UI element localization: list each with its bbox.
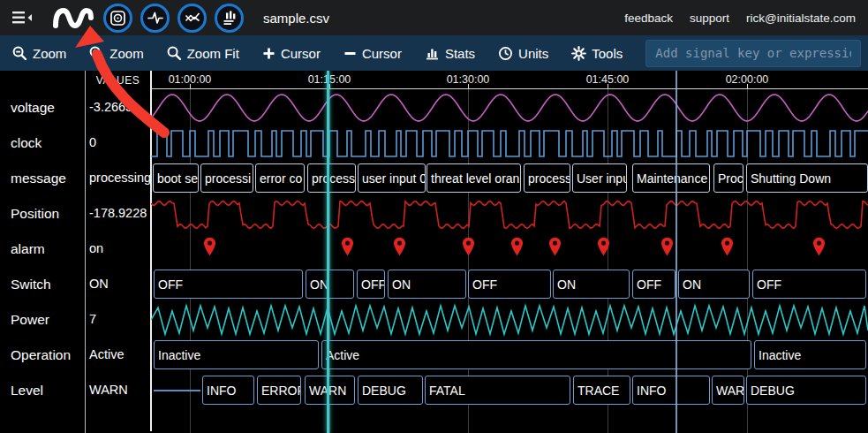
map-pin-icon: [341, 236, 354, 257]
camera-icon: [109, 10, 126, 27]
state-box[interactable]: OFF: [154, 270, 303, 299]
clock-icon: [498, 46, 513, 61]
state-box[interactable]: OFF: [357, 270, 385, 299]
state-box[interactable]: processi: [307, 163, 356, 193]
alarm-pin[interactable]: [203, 236, 216, 261]
signal-name-message[interactable]: message: [11, 171, 66, 186]
state-box[interactable]: Proc: [713, 163, 743, 193]
signal-value-operation: Active: [89, 347, 125, 361]
state-box[interactable]: Inactive: [754, 340, 866, 369]
alarm-pin[interactable]: [510, 236, 524, 261]
state-box[interactable]: threat level oran: [426, 163, 521, 193]
signal-row-message[interactable]: boot seprocessierror coprocessiuser inpu…: [151, 161, 868, 196]
search-input[interactable]: [645, 40, 861, 67]
signal-name-power[interactable]: Power: [11, 312, 49, 328]
state-box[interactable]: WAR: [712, 376, 744, 405]
signal-name-alarm[interactable]: alarm: [11, 241, 45, 257]
state-box[interactable]: DEBUG: [746, 376, 866, 405]
state-box[interactable]: User inpu: [572, 163, 627, 193]
map-pin-icon: [548, 236, 562, 257]
signal-row-operation[interactable]: InactiveActiveInactive: [151, 338, 868, 373]
top-bar: sample.csv feedback support rick@initial…: [0, 0, 868, 35]
zoom-fit-button[interactable]: Zoom Fit: [167, 46, 239, 61]
state-box[interactable]: user input 0: [358, 163, 426, 193]
cursor-line-2[interactable]: [676, 71, 677, 433]
state-box[interactable]: Maintenance: [632, 163, 710, 193]
add-cursor-button[interactable]: Cursor: [262, 46, 321, 61]
stats-button[interactable]: Stats: [425, 46, 475, 61]
remove-cursor-button[interactable]: Cursor: [343, 46, 402, 61]
state-box[interactable]: WARN: [305, 376, 355, 405]
signal-row-switch[interactable]: OFFONOFFONOFFONOFFONOFF: [151, 267, 868, 302]
zoom-fit-icon: [167, 46, 182, 61]
signal-name-switch[interactable]: Switch: [11, 277, 51, 292]
feedback-link[interactable]: feedback: [624, 11, 673, 25]
signal-value-alarm: on: [89, 241, 103, 255]
units-button[interactable]: Units: [498, 46, 548, 61]
menu-button[interactable]: [12, 10, 34, 26]
lines-view-button[interactable]: [177, 4, 207, 33]
support-link[interactable]: support: [690, 11, 729, 25]
app-window: sample.csv feedback support rick@initial…: [0, 0, 868, 433]
alarm-pin[interactable]: [341, 236, 354, 261]
signal-row-position[interactable]: [151, 196, 868, 232]
tiles-view-button[interactable]: [215, 4, 244, 33]
state-box[interactable]: FATAL: [425, 376, 570, 405]
signal-row-level[interactable]: INFOERRORWARNDEBUGFATALTRACEINFOWARDEBUG: [151, 373, 868, 408]
state-box[interactable]: INFO: [632, 376, 710, 405]
signal-row-power[interactable]: [151, 302, 868, 338]
signal-name-level[interactable]: Level: [11, 383, 43, 399]
zoom-in-button[interactable]: Zoom: [89, 46, 143, 61]
map-pin-icon: [393, 236, 406, 257]
state-box[interactable]: Shutting Down: [746, 163, 868, 193]
state-box[interactable]: ON: [306, 270, 354, 299]
signal-name-position[interactable]: Position: [11, 206, 59, 222]
state-box[interactable]: OFF: [468, 270, 551, 299]
account-email[interactable]: rick@initialstate.com: [746, 11, 856, 25]
signal-row-alarm[interactable]: [151, 232, 868, 267]
signal-row-voltage[interactable]: [151, 90, 868, 125]
cursor-line-1[interactable]: [327, 71, 329, 433]
alarm-pin[interactable]: [660, 236, 674, 261]
state-box[interactable]: OFF: [752, 270, 866, 299]
line-chart-icon: [184, 9, 201, 27]
signal-name-clock[interactable]: clock: [11, 135, 42, 151]
map-pin-icon: [812, 236, 826, 257]
alarm-pin[interactable]: [548, 236, 562, 261]
alarm-pin[interactable]: [721, 236, 734, 261]
waveform-chart[interactable]: 01:00:0001:15:0001:30:0001:45:0002:00:00…: [151, 71, 868, 433]
signal-row-clock[interactable]: [151, 125, 868, 161]
state-box[interactable]: TRACE: [573, 376, 630, 405]
map-pin-icon: [721, 236, 734, 257]
state-box[interactable]: ON: [553, 270, 630, 299]
state-box[interactable]: ON: [678, 270, 750, 299]
stats-icon: [425, 46, 440, 61]
zoom-out-button[interactable]: Zoom: [12, 46, 66, 61]
alarm-pin[interactable]: [393, 236, 406, 261]
alarm-pin[interactable]: [462, 236, 475, 261]
state-box[interactable]: Inactive: [154, 340, 319, 369]
signal-name-voltage[interactable]: voltage: [11, 100, 55, 116]
state-box[interactable]: error co: [255, 163, 305, 193]
signal-name-operation[interactable]: Operation: [11, 347, 71, 363]
tools-button[interactable]: Tools: [571, 46, 623, 61]
state-box[interactable]: ERROR: [257, 376, 301, 405]
digital-waveform: [151, 125, 868, 161]
signal-value-message: processing: [89, 171, 151, 185]
topbar-links: feedback support rick@initialstate.com: [624, 11, 856, 25]
state-box[interactable]: OFF: [632, 270, 676, 299]
alarm-pin[interactable]: [812, 236, 826, 261]
initialstate-logo[interactable]: [51, 5, 95, 30]
state-box[interactable]: boot se: [153, 163, 199, 193]
signal-value-level: WARN: [89, 383, 128, 397]
state-box[interactable]: processi: [200, 163, 253, 193]
state-box[interactable]: INFO: [202, 376, 254, 405]
state-box[interactable]: Active: [321, 340, 751, 369]
alarm-pin[interactable]: [597, 236, 610, 261]
state-box[interactable]: process: [524, 163, 570, 193]
map-pin-icon: [660, 236, 674, 257]
state-box[interactable]: ON: [388, 270, 466, 299]
state-box[interactable]: DEBUG: [358, 376, 423, 405]
snapshot-camera-button[interactable]: [103, 4, 132, 33]
pulse-view-button[interactable]: [140, 4, 170, 33]
